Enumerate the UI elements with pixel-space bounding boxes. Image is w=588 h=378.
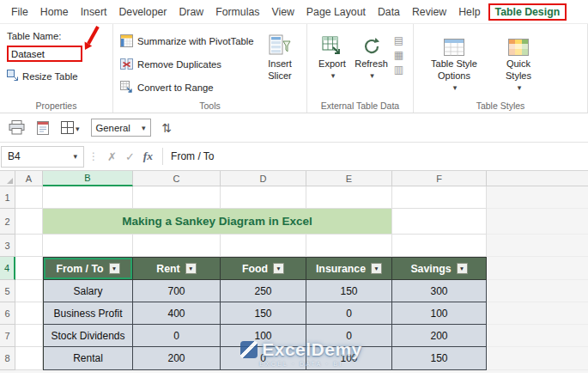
tab-file[interactable]: File (5, 6, 34, 18)
sort-icon[interactable] (162, 121, 173, 135)
cell[interactable] (15, 186, 43, 209)
cell[interactable]: 150 (306, 280, 392, 302)
cell[interactable] (15, 280, 43, 302)
remove-duplicates-button[interactable]: Remove Duplicates (120, 54, 255, 75)
print-icon[interactable] (9, 120, 25, 135)
cell[interactable] (133, 235, 221, 257)
cell[interactable] (15, 347, 43, 370)
filter-button[interactable] (273, 263, 284, 274)
table-header-cell[interactable]: Rent (133, 257, 221, 280)
column-header-c[interactable]: C (133, 171, 221, 186)
cell[interactable]: 100 (392, 302, 487, 325)
insert-function-icon[interactable]: fx (139, 149, 157, 163)
table-properties-icon[interactable]: ▤ (392, 35, 405, 46)
tab-insert[interactable]: Insert (75, 6, 113, 18)
resize-table-button[interactable]: Resize Table (7, 70, 106, 82)
cell[interactable] (306, 186, 392, 209)
row-header[interactable]: 6 (0, 302, 15, 325)
cell[interactable]: 0 (306, 302, 392, 325)
tab-home[interactable]: Home (34, 6, 75, 18)
formula-bar-content[interactable]: From / To (171, 150, 214, 162)
cancel-icon[interactable] (103, 150, 121, 163)
cell[interactable]: 150 (221, 302, 306, 325)
borders-icon[interactable] (61, 120, 80, 136)
cell[interactable]: 100 (221, 325, 306, 347)
table-header-cell[interactable]: Food (221, 257, 306, 280)
summarize-with-pivottable-button[interactable]: Summarize with PivotTable (120, 31, 255, 52)
cell[interactable] (392, 186, 487, 209)
cell[interactable] (15, 235, 43, 257)
number-format-select[interactable]: General (91, 119, 151, 137)
table-name-input[interactable] (7, 46, 82, 62)
cell[interactable] (221, 235, 306, 257)
column-header-d[interactable]: D (221, 171, 306, 186)
column-header-b[interactable]: B (43, 171, 133, 186)
sheet-title-cell[interactable]: Making a Sankey Diagram in Excel (43, 209, 392, 235)
row-header[interactable]: 2 (0, 209, 15, 235)
table-style-options-button[interactable]: Table Style Options (426, 31, 482, 99)
cell[interactable]: 0 (306, 325, 392, 347)
cell[interactable]: Rental (43, 347, 133, 370)
print-preview-icon[interactable] (36, 121, 50, 135)
select-all-corner[interactable] (0, 171, 15, 186)
cell[interactable] (43, 235, 133, 257)
cell[interactable]: Stock Dividends (43, 325, 133, 347)
cell[interactable]: Business Profit (43, 302, 133, 325)
cell[interactable] (392, 235, 487, 257)
filter-button[interactable] (109, 263, 120, 274)
cell[interactable] (15, 209, 43, 235)
tab-draw[interactable]: Draw (173, 6, 209, 18)
tab-data[interactable]: Data (372, 6, 406, 18)
column-header-e[interactable]: E (306, 171, 392, 186)
column-header-f[interactable]: F (392, 171, 487, 186)
insert-slicer-button[interactable]: Insert Slicer (260, 31, 300, 99)
cell[interactable]: 300 (392, 280, 487, 302)
row-header[interactable]: 8 (0, 347, 15, 370)
filter-button[interactable] (457, 263, 468, 274)
row-header[interactable]: 1 (0, 186, 15, 209)
cell[interactable] (306, 235, 392, 257)
filter-button[interactable] (371, 263, 382, 274)
enter-icon[interactable] (121, 150, 139, 163)
filter-button[interactable] (185, 263, 197, 274)
tab-table-design[interactable]: Table Design (488, 3, 567, 21)
cell[interactable] (221, 186, 306, 209)
row-header[interactable]: 3 (0, 235, 15, 257)
cell[interactable]: 0 (221, 347, 306, 370)
tab-review[interactable]: Review (406, 6, 452, 18)
refresh-button[interactable]: Refresh (352, 31, 391, 99)
tab-page-layout[interactable]: Page Layout (300, 6, 372, 18)
tab-view[interactable]: View (265, 6, 300, 18)
cell[interactable] (43, 186, 133, 209)
table-header-cell[interactable]: From / To (43, 257, 133, 280)
column-header-a[interactable]: A (15, 171, 43, 186)
name-box[interactable]: B4 (1, 146, 84, 168)
row-header[interactable]: 7 (0, 325, 15, 347)
cell[interactable] (392, 209, 487, 235)
open-in-browser-icon[interactable]: ▦ (392, 50, 405, 61)
cell[interactable]: 700 (133, 280, 221, 302)
row-header[interactable]: 4 (0, 257, 15, 280)
cell[interactable]: 200 (392, 325, 487, 347)
cell[interactable]: 0 (133, 325, 221, 347)
cell[interactable] (15, 257, 43, 280)
cell[interactable] (15, 302, 43, 325)
cell[interactable]: 150 (392, 347, 487, 370)
convert-to-range-button[interactable]: Convert to Range (120, 77, 255, 98)
cell[interactable]: 200 (133, 347, 221, 370)
tab-help[interactable]: Help (452, 6, 486, 18)
cell[interactable] (133, 186, 221, 209)
tab-formulas[interactable]: Formulas (209, 6, 265, 18)
unlink-icon[interactable]: ▥ (392, 64, 405, 76)
table-header-cell[interactable]: Savings (392, 257, 487, 280)
tab-developer[interactable]: Developer (112, 6, 173, 18)
export-button[interactable]: Export (314, 31, 350, 99)
row-header[interactable]: 5 (0, 280, 15, 302)
cell[interactable]: 400 (133, 302, 221, 325)
quick-styles-button[interactable]: Quick Styles (496, 31, 541, 99)
cell[interactable]: 250 (221, 280, 306, 302)
cell[interactable]: Salary (43, 280, 133, 302)
cell[interactable]: 100 (306, 347, 392, 370)
cell[interactable] (15, 325, 43, 347)
table-header-cell[interactable]: Insurance (306, 257, 392, 280)
